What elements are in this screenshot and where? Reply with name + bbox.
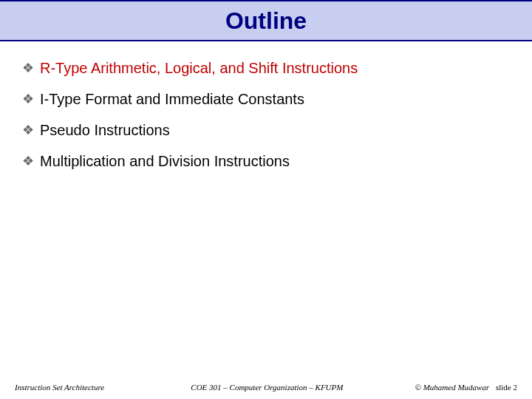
footer: Instruction Set Architecture COE 301 – C…: [0, 383, 532, 392]
title-bar: Outline: [0, 0, 532, 41]
bullet-text: I-Type Format and Immediate Constants: [40, 90, 304, 108]
list-item: ❖ Multiplication and Division Instructio…: [22, 152, 510, 170]
content-area: ❖ R-Type Arithmetic, Logical, and Shift …: [0, 41, 532, 170]
footer-copyright: © Muhamed Mudawar: [415, 383, 490, 392]
diamond-bullet-icon: ❖: [22, 121, 34, 139]
diamond-bullet-icon: ❖: [22, 90, 34, 108]
list-item: ❖ R-Type Arithmetic, Logical, and Shift …: [22, 59, 510, 77]
bullet-text: Pseudo Instructions: [40, 121, 170, 139]
diamond-bullet-icon: ❖: [22, 59, 34, 77]
footer-left: Instruction Set Architecture: [15, 383, 104, 392]
list-item: ❖ Pseudo Instructions: [22, 121, 510, 139]
diamond-bullet-icon: ❖: [22, 152, 34, 170]
slide-number: slide 2: [496, 383, 517, 392]
bullet-text: Multiplication and Division Instructions: [40, 152, 290, 170]
bullet-text: R-Type Arithmetic, Logical, and Shift In…: [40, 59, 358, 77]
footer-center: COE 301 – Computer Organization – KFUPM: [104, 383, 415, 392]
slide-title: Outline: [225, 7, 307, 35]
footer-right: © Muhamed Mudawar slide 2: [415, 383, 517, 392]
list-item: ❖ I-Type Format and Immediate Constants: [22, 90, 510, 108]
